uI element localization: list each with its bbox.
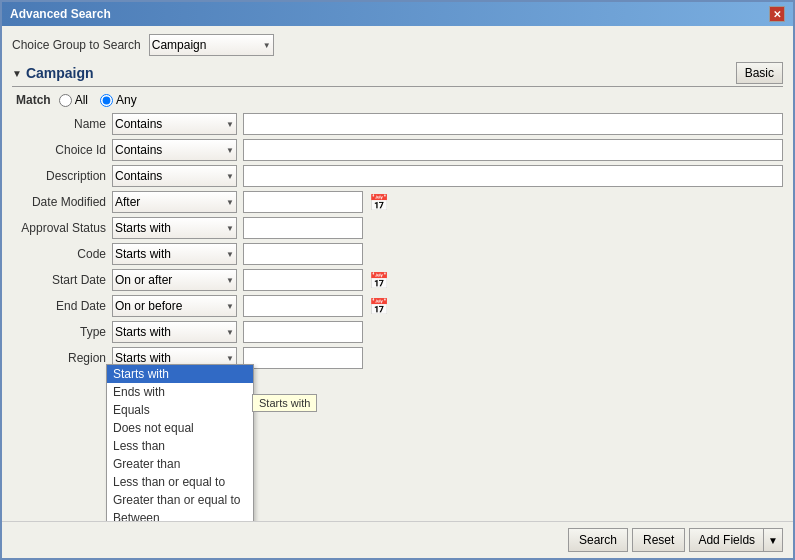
- date-modified-label: Date Modified: [16, 195, 106, 209]
- code-operator-select[interactable]: Starts withContainsEquals: [112, 243, 237, 265]
- name-input[interactable]: [243, 113, 783, 135]
- name-row: Name ContainsStarts withEquals: [16, 113, 783, 135]
- start-date-operator-wrapper[interactable]: On or afterOn or beforeAfterBefore: [112, 269, 237, 291]
- approval-status-row: Approval Status Starts withContainsEqual…: [16, 217, 783, 239]
- operator-dropdown-list: Starts with Ends with Equals Does not eq…: [106, 364, 254, 521]
- starts-with-tooltip: Starts with: [252, 394, 317, 412]
- match-any-label: Any: [116, 93, 137, 107]
- dropdown-item-ends-with[interactable]: Ends with: [107, 383, 253, 401]
- fields-container: Name ContainsStarts withEquals Choice Id…: [12, 113, 783, 369]
- region-input[interactable]: [243, 347, 363, 369]
- dialog-body: Choice Group to Search Campaign ▼ Campai…: [2, 26, 793, 521]
- choice-id-operator-wrapper[interactable]: ContainsStarts withEquals: [112, 139, 237, 161]
- approval-status-operator-select[interactable]: Starts withContainsEquals: [112, 217, 237, 239]
- end-date-label: End Date: [16, 299, 106, 313]
- date-modified-input[interactable]: [243, 191, 363, 213]
- section-collapse-arrow[interactable]: ▼: [12, 68, 22, 79]
- match-any-option[interactable]: Any: [100, 93, 137, 107]
- approval-status-label: Approval Status: [16, 221, 106, 235]
- end-date-calendar-icon[interactable]: 📅: [369, 297, 389, 316]
- match-all-radio[interactable]: [59, 94, 72, 107]
- end-date-input[interactable]: [243, 295, 363, 317]
- approval-status-input[interactable]: [243, 217, 363, 239]
- dropdown-item-greater-than-equal[interactable]: Greater than or equal to: [107, 491, 253, 509]
- advanced-search-dialog: Advanced Search ✕ Choice Group to Search…: [0, 0, 795, 560]
- code-label: Code: [16, 247, 106, 261]
- description-input[interactable]: [243, 165, 783, 187]
- choice-id-label: Choice Id: [16, 143, 106, 157]
- region-label: Region: [16, 351, 106, 365]
- dropdown-item-does-not-equal[interactable]: Does not equal: [107, 419, 253, 437]
- bottom-buttons: Search Reset Add Fields ▼: [2, 521, 793, 558]
- type-row: Type Starts withContainsEquals Operators…: [16, 321, 783, 343]
- add-fields-dropdown-arrow[interactable]: ▼: [763, 528, 783, 552]
- end-date-operator-wrapper[interactable]: On or beforeOn or afterBeforeAfter: [112, 295, 237, 317]
- end-date-row: End Date On or beforeOn or afterBeforeAf…: [16, 295, 783, 317]
- operator-dropdown: Starts with Ends with Equals Does not eq…: [106, 364, 254, 521]
- name-operator-wrapper[interactable]: ContainsStarts withEquals: [112, 113, 237, 135]
- description-row: Description ContainsStarts withEquals: [16, 165, 783, 187]
- name-operator-select[interactable]: ContainsStarts withEquals: [112, 113, 237, 135]
- search-button[interactable]: Search: [568, 528, 628, 552]
- section-header: ▼ Campaign Basic: [12, 62, 783, 87]
- date-modified-calendar-icon[interactable]: 📅: [369, 193, 389, 212]
- type-operator-select[interactable]: Starts withContainsEquals: [112, 321, 237, 343]
- end-date-operator-select[interactable]: On or beforeOn or afterBeforeAfter: [112, 295, 237, 317]
- type-operator-wrapper[interactable]: Starts withContainsEquals: [112, 321, 237, 343]
- close-button[interactable]: ✕: [769, 6, 785, 22]
- choice-id-operator-select[interactable]: ContainsStarts withEquals: [112, 139, 237, 161]
- match-all-option[interactable]: All: [59, 93, 88, 107]
- match-any-radio[interactable]: [100, 94, 113, 107]
- match-radio-group: All Any: [59, 93, 137, 107]
- dropdown-item-less-than-equal[interactable]: Less than or equal to: [107, 473, 253, 491]
- name-label: Name: [16, 117, 106, 131]
- match-label: Match: [16, 93, 51, 107]
- type-label: Type: [16, 325, 106, 339]
- start-date-row: Start Date On or afterOn or beforeAfterB…: [16, 269, 783, 291]
- dropdown-item-between[interactable]: Between: [107, 509, 253, 521]
- description-operator-select[interactable]: ContainsStarts withEquals: [112, 165, 237, 187]
- basic-button[interactable]: Basic: [736, 62, 783, 84]
- section-title-text: Campaign: [26, 65, 94, 81]
- dropdown-item-equals[interactable]: Equals: [107, 401, 253, 419]
- description-label: Description: [16, 169, 106, 183]
- title-bar: Advanced Search ✕: [2, 2, 793, 26]
- code-operator-wrapper[interactable]: Starts withContainsEquals: [112, 243, 237, 265]
- code-input[interactable]: [243, 243, 363, 265]
- choice-group-label: Choice Group to Search: [12, 38, 141, 52]
- start-date-label: Start Date: [16, 273, 106, 287]
- match-row: Match All Any: [16, 93, 783, 107]
- dropdown-item-greater-than[interactable]: Greater than: [107, 455, 253, 473]
- dialog-title: Advanced Search: [10, 7, 111, 21]
- choice-id-row: Choice Id ContainsStarts withEquals: [16, 139, 783, 161]
- choice-group-select-wrapper[interactable]: Campaign: [149, 34, 274, 56]
- add-fields-button[interactable]: Add Fields: [689, 528, 763, 552]
- date-modified-operator-select[interactable]: AfterBeforeOn or afterOn or before: [112, 191, 237, 213]
- reset-button[interactable]: Reset: [632, 528, 685, 552]
- code-row: Code Starts withContainsEquals: [16, 243, 783, 265]
- approval-status-operator-wrapper[interactable]: Starts withContainsEquals: [112, 217, 237, 239]
- choice-group-row: Choice Group to Search Campaign: [12, 34, 783, 56]
- dropdown-item-less-than[interactable]: Less than: [107, 437, 253, 455]
- date-modified-row: Date Modified AfterBeforeOn or afterOn o…: [16, 191, 783, 213]
- start-date-input[interactable]: [243, 269, 363, 291]
- start-date-calendar-icon[interactable]: 📅: [369, 271, 389, 290]
- section-title: ▼ Campaign: [12, 65, 94, 81]
- type-input[interactable]: [243, 321, 363, 343]
- date-modified-operator-wrapper[interactable]: AfterBeforeOn or afterOn or before: [112, 191, 237, 213]
- description-operator-wrapper[interactable]: ContainsStarts withEquals: [112, 165, 237, 187]
- choice-id-input[interactable]: [243, 139, 783, 161]
- dropdown-item-starts-with[interactable]: Starts with: [107, 365, 253, 383]
- choice-group-select[interactable]: Campaign: [149, 34, 274, 56]
- start-date-operator-select[interactable]: On or afterOn or beforeAfterBefore: [112, 269, 237, 291]
- add-fields-button-group: Add Fields ▼: [689, 528, 783, 552]
- match-all-label: All: [75, 93, 88, 107]
